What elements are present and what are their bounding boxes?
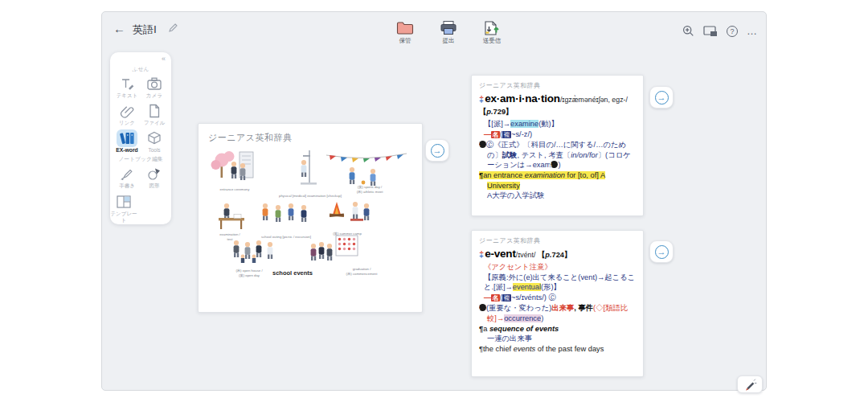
tool-exword[interactable]: EX-word [113, 129, 141, 153]
section-label-notebook-edit: ノートブック編集 [110, 155, 171, 163]
dict-card-examination[interactable]: ジーニアス英和辞典 ‡ex·am·i·na·tion/ɪgzæ̀mənéɪʃən… [471, 75, 644, 216]
fusen-tools: テキスト カメラ リンク ファイル EX-word Tools [110, 75, 171, 153]
dict-accent-note: 《アクセント注意》 [484, 262, 636, 273]
caption-graduation-2: (米) commencement [346, 272, 379, 276]
send-receive-icon [482, 20, 502, 35]
folder-icon [395, 20, 415, 35]
caption-sportsday-2: (米) athletic meet [357, 190, 384, 194]
edit-tools: 手書き 図形 [110, 165, 171, 190]
more-icon: … [747, 25, 758, 37]
tool-label: 図形 [149, 183, 160, 190]
shape-icon [146, 166, 162, 182]
pen-icon [119, 166, 135, 182]
slide-source-label: ジーニアス英和辞典 [208, 132, 412, 144]
edit-pencil-icon [168, 23, 178, 33]
dict-source-label: ジーニアス英和辞典 [479, 236, 636, 245]
caption-openhouse-2: (英) open day [239, 273, 260, 278]
caption-graduation-1: graduation / [353, 267, 372, 271]
dict-pos-line: ―名(複~s/-z/) [484, 129, 636, 141]
collapse-chevron-icon: « [162, 55, 166, 63]
slide-card[interactable]: ジーニアス英和辞典 [198, 123, 423, 313]
tool-shape[interactable]: 図形 [141, 165, 168, 190]
dict-origin-line: 【原義:外に(e)出て来ること(vent)→起こること.[派]→eventual… [484, 273, 636, 293]
dict-card-event[interactable]: ジーニアス英和辞典 ‡e-vent/ɪvént/ 【p.724】 《アクセント注… [471, 230, 644, 377]
dict-example-line: ¶a sequence of events [479, 324, 636, 334]
dict-definition-line: 1(重要な・変わった)出来事, 事件(◇[類語比較]→occurrence) [479, 303, 636, 323]
stylus-tool-button[interactable] [737, 375, 763, 393]
more-button[interactable]: … [747, 25, 758, 37]
collapse-sidebar-button[interactable]: « [110, 55, 171, 63]
zoom-in-icon [682, 25, 694, 37]
next-button-slide[interactable]: → [425, 139, 449, 162]
tool-label: ファイル [144, 120, 166, 127]
dict-pos-line: ―名(複~s/ɪvénts/) Ⓒ [484, 293, 636, 304]
tool-label: リンク [119, 120, 135, 127]
send-receive-label: 送受信 [483, 37, 502, 45]
cube-icon [146, 130, 162, 146]
dictionary-books-icon [119, 130, 135, 146]
tool-link[interactable]: リンク [113, 102, 141, 127]
dict-example-line: ¶an entrance examination for [to, of] A … [479, 170, 636, 191]
tool-label: テンプレート [110, 211, 137, 223]
paperclip-icon [119, 103, 135, 119]
template-icon [117, 195, 131, 208]
screen-share-icon [703, 25, 718, 37]
camera-icon [146, 76, 162, 92]
page-title: 英語Ⅰ [133, 23, 157, 37]
caption-outing: school outing [picnic / excursion] [261, 235, 311, 239]
send-receive-button[interactable]: 送受信 [475, 20, 509, 45]
next-button-event[interactable]: → [649, 240, 674, 263]
help-button[interactable]: ? [727, 26, 738, 37]
help-icon: ? [727, 26, 738, 37]
tool-text[interactable]: テキスト [113, 75, 141, 100]
caption-entrance: entrance ceremony [220, 187, 251, 191]
file-icon [146, 103, 162, 119]
back-button[interactable]: ← [113, 22, 125, 36]
arrow-right-icon: → [431, 144, 444, 158]
sidebar: « ふせん テキスト カメラ リンク ファイル EX-word [110, 52, 171, 224]
back-arrow-icon: ← [113, 22, 125, 35]
tool-camera[interactable]: カメラ [141, 75, 168, 100]
dict-headword-line: ‡ex·am·i·na·tion/ɪgzæ̀mənéɪʃən, egz-/【p.… [479, 92, 636, 118]
zoom-button[interactable] [682, 25, 694, 37]
tool-tools[interactable]: Tools [141, 129, 168, 153]
tool-label: 手書き [119, 183, 135, 190]
screen-share-button[interactable] [703, 25, 718, 37]
next-button-examination[interactable]: → [649, 86, 674, 109]
arrow-right-icon: → [655, 91, 669, 105]
submit-label: 提出 [443, 37, 455, 45]
store-button[interactable]: 保管 [388, 20, 422, 45]
stylus-icon [743, 378, 757, 391]
tool-label: Tools [148, 147, 160, 153]
rename-button[interactable] [168, 23, 178, 33]
dict-headword-line: ‡e-vent/ɪvént/ 【p.724】 [479, 248, 636, 261]
illustration-title: school events [272, 269, 313, 277]
arrow-right-icon: → [655, 245, 669, 259]
store-label: 保管 [399, 37, 411, 45]
caption-examination-1: examination / [219, 232, 240, 236]
school-events-illustration: entrance ceremony (英) sports day / (米) a… [209, 147, 411, 285]
dict-example-translation: A大学の入学試験 [487, 191, 636, 201]
dict-derive-line: 【[派]→examine(動)】 [484, 119, 636, 129]
dict-example-line-2: ¶the chief events of the past few days [479, 344, 636, 355]
tool-file[interactable]: ファイル [141, 102, 168, 127]
header-actions: 保管 提出 送受信 [388, 20, 509, 45]
header: ← 英語Ⅰ 保管 提出 送受信 [102, 12, 766, 47]
tool-label: EX-word [116, 147, 138, 153]
dict-example-translation: 一連の出来事 [487, 334, 636, 344]
tool-template[interactable]: テンプレート [110, 193, 137, 223]
caption-openhouse-1: (米) open house / [235, 269, 263, 273]
dict-definition-line: 1Ⓒ《正式》〔科目の/…に関する/…のための〕試験, テスト, 考査〔in/on… [479, 140, 636, 170]
tool-handwriting[interactable]: 手書き [113, 165, 141, 190]
submit-button[interactable]: 提出 [432, 20, 465, 45]
printer-icon [439, 20, 458, 35]
text-icon [119, 76, 135, 92]
dict-source-label: ジーニアス英和辞典 [479, 81, 636, 90]
tool-label: テキスト [117, 92, 138, 100]
app-window: ← 英語Ⅰ 保管 提出 送受信 [101, 11, 767, 391]
tool-label: カメラ [146, 92, 162, 100]
page: { "colors":{"accent_blue":"#3f8ec6","exw… [0, 0, 868, 402]
section-label-fusen: ふせん [110, 65, 171, 73]
caption-examination-2: test [227, 237, 234, 241]
caption-physical-exam: physical [medical] examination [checkup] [279, 194, 342, 198]
